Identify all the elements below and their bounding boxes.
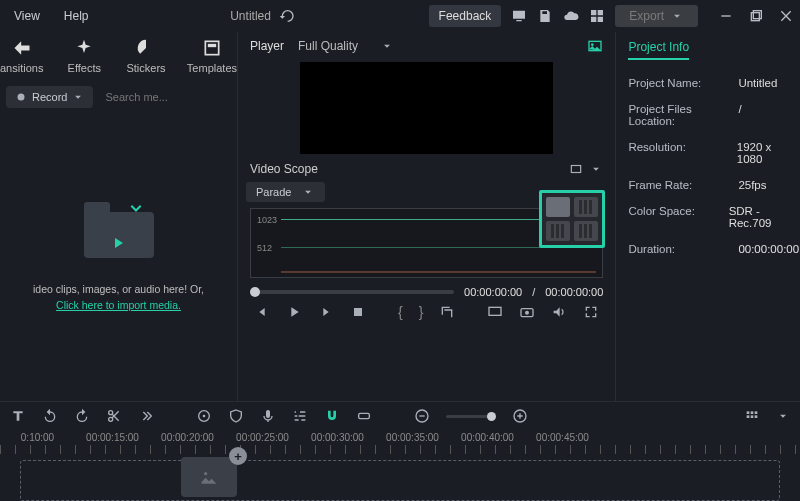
- link-icon[interactable]: [356, 408, 372, 424]
- scope-view-2[interactable]: [574, 197, 598, 217]
- zoom-slider[interactable]: [446, 415, 496, 418]
- volume-icon[interactable]: [551, 304, 567, 320]
- image-icon[interactable]: [587, 38, 603, 54]
- ruler-mark: 00:00:40:00: [450, 432, 525, 443]
- menu-view[interactable]: View: [6, 5, 48, 27]
- magnet-icon[interactable]: [324, 408, 340, 424]
- ruler-mark: 0:10:00: [0, 432, 75, 443]
- import-media-link[interactable]: Click here to import media.: [56, 299, 181, 311]
- pi-label: Frame Rate:: [628, 179, 738, 191]
- svg-rect-3: [205, 41, 218, 54]
- tab-templates[interactable]: Templates: [187, 38, 237, 74]
- tab-transitions[interactable]: ansitions: [0, 38, 43, 74]
- mic-icon[interactable]: [260, 408, 276, 424]
- scope-label-512: 512: [257, 243, 272, 253]
- zoom-in-icon[interactable]: [512, 408, 528, 424]
- play-icon[interactable]: [286, 304, 302, 320]
- zoom-out-icon[interactable]: [414, 408, 430, 424]
- marker-icon[interactable]: [196, 408, 212, 424]
- project-info-row: Resolution:1920 x 1080: [628, 134, 799, 172]
- shield-icon[interactable]: [228, 408, 244, 424]
- crop-icon[interactable]: [439, 304, 455, 320]
- track-options-icon[interactable]: [744, 408, 760, 424]
- next-frame-icon[interactable]: [318, 304, 334, 320]
- undo-icon[interactable]: [42, 408, 58, 424]
- more-tools-icon[interactable]: [138, 408, 154, 424]
- chevron-down-icon[interactable]: [776, 409, 790, 423]
- svg-rect-13: [579, 200, 582, 214]
- project-info-row: Color Space:SDR - Rec.709: [628, 198, 799, 236]
- grid-icon[interactable]: [589, 8, 605, 24]
- add-clip-icon[interactable]: +: [229, 447, 247, 465]
- svg-rect-4: [208, 44, 216, 47]
- prev-frame-icon[interactable]: [254, 304, 270, 320]
- chevron-down-icon: [380, 39, 394, 53]
- document-title: Untitled: [230, 9, 271, 23]
- play-badge-icon: [115, 238, 123, 248]
- timeline-track[interactable]: +: [20, 460, 780, 501]
- svg-rect-1: [751, 13, 759, 21]
- pi-value: Untitled: [738, 77, 777, 89]
- current-time: 00:00:00:00: [464, 286, 522, 298]
- close-icon[interactable]: [778, 8, 794, 24]
- time-separator: /: [532, 286, 535, 298]
- monitor-icon[interactable]: [511, 8, 527, 24]
- audio-mix-icon[interactable]: [292, 408, 308, 424]
- drop-text: ideo clips, images, or audio here! Or,: [33, 283, 204, 295]
- timeline-ruler[interactable]: 0:10:0000:00:15:0000:00:20:0000:00:25:00…: [0, 430, 800, 443]
- menu-help[interactable]: Help: [56, 5, 97, 27]
- clip-placeholder[interactable]: +: [181, 457, 237, 497]
- chevron-down-icon[interactable]: [589, 162, 603, 176]
- mark-out-icon[interactable]: }: [419, 304, 424, 320]
- svg-rect-20: [584, 224, 587, 238]
- svg-rect-36: [755, 411, 758, 414]
- scope-view-1[interactable]: [546, 197, 570, 217]
- split-icon[interactable]: [106, 408, 122, 424]
- tab-effects[interactable]: Effects: [63, 38, 105, 74]
- scope-view-3[interactable]: [546, 221, 570, 241]
- quality-select[interactable]: Full Quality: [298, 39, 394, 53]
- ruler-mark: 00:00:15:00: [75, 432, 150, 443]
- scope-layout-icon[interactable]: [569, 162, 583, 176]
- scope-view-4[interactable]: [574, 221, 598, 241]
- svg-rect-35: [751, 411, 754, 414]
- snapshot-icon[interactable]: [519, 304, 535, 320]
- ruler-mark: 00:00:25:00: [225, 432, 300, 443]
- redo-icon[interactable]: [74, 408, 90, 424]
- stop-icon[interactable]: [350, 304, 366, 320]
- ruler-mark: 00:00:20:00: [150, 432, 225, 443]
- record-button[interactable]: Record: [6, 86, 93, 108]
- project-info-row: Project Name:Untitled: [628, 70, 799, 96]
- minimize-icon[interactable]: [718, 8, 734, 24]
- feedback-button[interactable]: Feedback: [429, 5, 502, 27]
- history-icon[interactable]: [279, 8, 295, 24]
- scope-label-1023: 1023: [257, 215, 277, 225]
- playhead-scrubber[interactable]: [250, 290, 454, 294]
- folder-icon: [84, 202, 154, 258]
- svg-rect-23: [489, 307, 501, 315]
- scope-view-grid: [539, 190, 605, 248]
- pi-value: 25fps: [738, 179, 766, 191]
- svg-rect-16: [551, 224, 554, 238]
- display-icon[interactable]: [487, 304, 503, 320]
- scope-mode-select[interactable]: Parade: [246, 182, 325, 202]
- svg-rect-19: [579, 224, 582, 238]
- svg-point-40: [204, 472, 207, 475]
- mark-in-icon[interactable]: {: [398, 304, 403, 320]
- save-icon[interactable]: [537, 8, 553, 24]
- timeline-ticks: [0, 445, 800, 455]
- cloud-icon[interactable]: [563, 8, 579, 24]
- media-drop-zone[interactable]: ideo clips, images, or audio here! Or, C…: [0, 114, 237, 401]
- ruler-mark: 00:00:30:00: [300, 432, 375, 443]
- search-input[interactable]: [105, 91, 243, 103]
- text-tool-icon[interactable]: [10, 408, 26, 424]
- svg-point-25: [525, 311, 529, 315]
- restore-icon[interactable]: [748, 8, 764, 24]
- project-info-row: Duration:00:00:00:00: [628, 236, 799, 262]
- fullscreen-icon[interactable]: [583, 304, 599, 320]
- download-arrow-icon: [124, 196, 148, 220]
- video-preview[interactable]: [300, 62, 553, 154]
- ruler-mark: 00:00:35:00: [375, 432, 450, 443]
- tab-stickers[interactable]: Stickers: [125, 38, 167, 74]
- export-button[interactable]: Export: [615, 5, 698, 27]
